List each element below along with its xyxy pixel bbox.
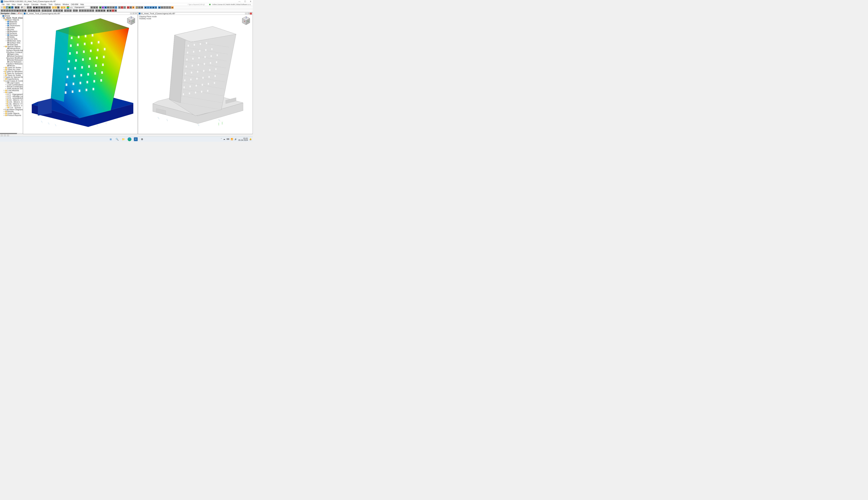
taskbar-search-icon[interactable]: 🔍	[115, 137, 119, 141]
open-icon[interactable]: 📂	[3, 6, 6, 9]
move-copy-icon[interactable]: ⇲	[27, 9, 30, 12]
status-snap-icon[interactable]	[1, 135, 3, 136]
loadcase-selector[interactable]: Eigengewicht ▾	[69, 6, 93, 9]
tree-lc6[interactable]: ▸LC6 - Wind in +Y	[0, 103, 22, 105]
menu-help[interactable]: Help	[79, 3, 85, 5]
mirror-icon[interactable]: ⇋	[33, 9, 35, 12]
status-rec-icon[interactable]	[7, 135, 9, 136]
misc6-icon[interactable]: ◊	[92, 9, 94, 12]
new-icon[interactable]: 🗋	[1, 6, 3, 9]
tree-typessolids[interactable]: ▸Types for Solids	[0, 74, 22, 76]
viewport-right-close-icon[interactable]: ✕	[250, 13, 252, 14]
edge-icon[interactable]	[128, 137, 132, 141]
extend-icon[interactable]: →	[47, 9, 49, 12]
tree-staticsettings[interactable]: ▸Static Analysis Settings	[0, 88, 22, 89]
scale-icon[interactable]: ⤢	[35, 9, 38, 12]
addon-6-icon[interactable]: ▬	[158, 6, 161, 9]
close-button[interactable]: ✕	[249, 0, 252, 3]
navigator-close-icon[interactable]: ✕	[20, 12, 22, 14]
tree-loadwizards[interactable]: ▸Load Wizards	[0, 89, 22, 91]
wireframe-icon[interactable]: ▦	[33, 6, 35, 9]
visibility-icon[interactable]: 👁	[132, 6, 135, 9]
filter-icon[interactable]: ⚱	[129, 6, 132, 9]
misc5-icon[interactable]: ◊	[89, 9, 92, 12]
smooth-icon[interactable]: ◡	[115, 6, 117, 9]
tree-rigidlinks[interactable]: Rigid Links	[0, 53, 22, 55]
tree-typesnodes[interactable]: ▸Types for Nodes	[0, 67, 22, 68]
hinges-icon[interactable]: ○	[63, 6, 66, 9]
addon-2-icon[interactable]: ◇	[147, 6, 149, 9]
tree-lc2[interactable]: ▸LC2 - ständige Lasten	[0, 95, 22, 97]
member-load-icon[interactable]: ⇓	[58, 9, 60, 12]
maximize-button[interactable]: ☐	[243, 0, 247, 3]
block-manager-icon[interactable]: ◧	[9, 6, 11, 9]
colors-icon[interactable]	[67, 6, 69, 9]
support-icon[interactable]: △	[64, 9, 67, 12]
arc-icon[interactable]: ◠	[11, 9, 13, 12]
lc-code-input[interactable]	[69, 6, 74, 9]
line-load-icon[interactable]: ⇊	[55, 9, 58, 12]
tree-imperfections[interactable]: ▸Imperfections	[0, 78, 22, 80]
snap-icon[interactable]: ⊚	[127, 6, 129, 9]
menu-calculate[interactable]: Calculate	[30, 3, 39, 5]
view-cube[interactable]: Y X Z	[126, 16, 136, 25]
plausibility-icon[interactable]: ✓	[138, 6, 141, 9]
menu-options[interactable]: Options	[54, 3, 61, 5]
addon-9-icon[interactable]: ⋮	[166, 6, 168, 9]
surface-icon[interactable]: ▱	[19, 9, 21, 12]
tree-typesspecial[interactable]: ▸Types for Special Objects	[0, 76, 22, 78]
ecc-icon[interactable]: ⊿	[69, 9, 72, 12]
results-icon[interactable]: ◆	[104, 6, 107, 9]
tree-special-objects[interactable]: ▾Special Objects	[0, 45, 22, 47]
tray-cloud-icon[interactable]: ☁	[223, 138, 225, 140]
tree-project[interactable]: ▾61_Hotel_Tivoli_(C)www.ingena.info.	[0, 17, 22, 19]
print-icon[interactable]: 🖶	[14, 6, 17, 9]
tree-guideobjects[interactable]: ▸Guide Objects	[0, 112, 22, 114]
tree-linesets[interactable]: ▸Line Sets	[0, 38, 22, 40]
viewport-left-max-icon[interactable]: ☐	[133, 13, 135, 14]
addon-5-icon[interactable]: ◎	[155, 6, 157, 9]
tree-lc5[interactable]: ▸LC5 - Wind in -X	[0, 101, 22, 103]
menu-assign[interactable]: Assign	[23, 3, 30, 5]
numbering-icon[interactable]: №	[57, 6, 59, 9]
node-icon[interactable]: •	[3, 9, 6, 12]
modelcheck-icon[interactable]: ⚑	[141, 6, 143, 9]
dimensions-icon[interactable]: ↔	[55, 6, 57, 9]
viewport-left-canvas[interactable]: Y X Z	[23, 15, 138, 134]
solid-obj-icon[interactable]: ▣	[24, 9, 26, 12]
menu-insert[interactable]: Insert	[16, 3, 23, 5]
tree-surfaceresults[interactable]: Surface Results Adjustments	[0, 49, 22, 51]
tree-root[interactable]: RFEM	[0, 15, 22, 17]
tree-members[interactable]: ▸Members	[0, 30, 22, 32]
viewport-left-min-icon[interactable]: —	[130, 13, 132, 14]
rfem-taskbar-icon[interactable]: R	[134, 137, 138, 141]
member-icon[interactable]: ▬	[16, 9, 19, 12]
calc-icon[interactable]: ▶	[99, 6, 102, 9]
divide-icon[interactable]: ÷	[42, 9, 44, 12]
menu-view[interactable]: View	[11, 3, 16, 5]
tray-notifications-icon[interactable]: 🔔	[249, 138, 252, 140]
tray-lang-icon[interactable]: ⌨	[227, 138, 229, 140]
text-icon[interactable]: T	[73, 9, 75, 12]
animate-icon[interactable]: ⟳	[107, 6, 110, 9]
extrude-icon[interactable]: ⇈	[38, 9, 41, 12]
keyword-search[interactable]: Type a keyword (Alt+Q)	[189, 4, 209, 5]
lc-dropdown-icon[interactable]: ▾	[90, 6, 93, 9]
viewport-right-min-icon[interactable]: —	[245, 13, 247, 14]
minimize-button[interactable]: —	[238, 0, 241, 3]
addon-10-icon[interactable]: ⋮	[169, 6, 171, 9]
delete-x-icon[interactable]: ✕	[112, 9, 114, 12]
addon-1-icon[interactable]: ◆	[144, 6, 147, 9]
tree-resultsections[interactable]: Result Sections	[0, 55, 22, 57]
tree-typessurfaces[interactable]: ▸Types for Surfaces	[0, 72, 22, 74]
menu-results[interactable]: Results	[39, 3, 47, 5]
supports-icon[interactable]: △	[60, 6, 63, 9]
select-icon[interactable]: ↖	[1, 9, 3, 12]
redo-icon[interactable]: ↷	[29, 6, 32, 9]
tree-typeslines[interactable]: ▸Types for Lines	[0, 68, 22, 70]
menu-window[interactable]: Window	[61, 3, 70, 5]
addon-4-icon[interactable]: ◉	[152, 6, 155, 9]
addon-11-icon[interactable]: ▬	[171, 6, 174, 9]
local-axes-icon[interactable]: ⊹	[118, 6, 121, 9]
tree-solids[interactable]: Solids	[0, 36, 22, 38]
